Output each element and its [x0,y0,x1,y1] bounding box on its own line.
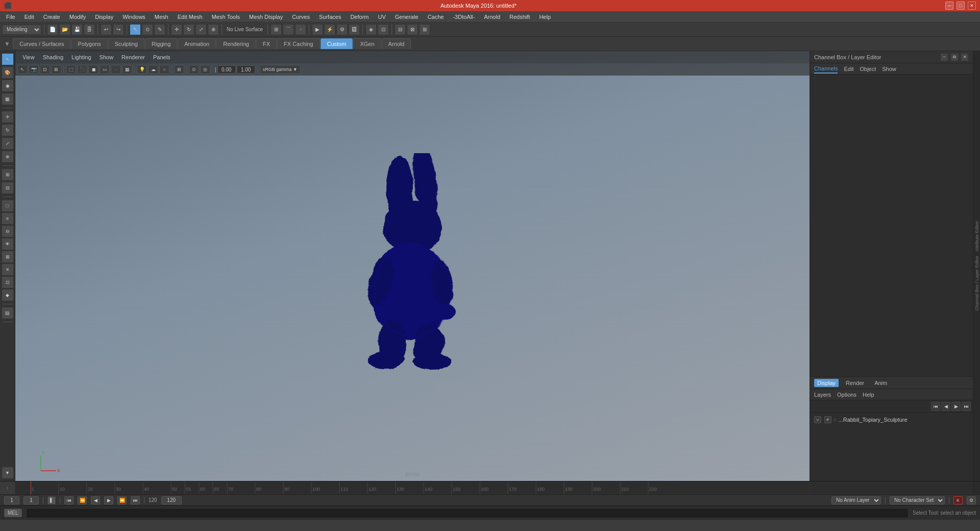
select-mode-button[interactable]: ↖ [2,53,14,65]
anim-layer-dropdown[interactable]: No Anim Layer [831,496,881,504]
playback-settings-button[interactable]: ⚙ [967,496,976,504]
vp-menu-shading[interactable]: Shading [40,53,66,61]
vp-light-button[interactable]: 💡 [137,65,147,74]
play-back-button[interactable]: ◀ [91,496,100,504]
menu-arnold[interactable]: Arnold [480,13,504,21]
vp-menu-panels[interactable]: Panels [150,53,174,61]
vp-select-button[interactable]: ↖ [17,65,28,74]
menu-redshift[interactable]: Redshift [505,13,534,21]
layers-prev-prev-button[interactable]: ⏮ [931,402,940,411]
vp-menu-view[interactable]: View [19,53,38,61]
menu-generate[interactable]: Generate [391,13,423,21]
layer-create-button[interactable]: □ [2,200,14,212]
scale-tool-button[interactable]: ⤢ [195,24,207,35]
go-start-button[interactable]: ⏮ [64,496,74,504]
cb-tab-edit[interactable]: Edit [844,65,853,73]
menu-modify[interactable]: Modify [65,13,90,21]
shelf-tab-sculpting[interactable]: Sculpting [108,38,144,49]
vp-textured-button[interactable]: ▦ [122,65,132,74]
layer-row-rabbit[interactable]: V P ∕ ...Rabbit_Topiary_Sculpture [812,415,971,425]
menu-edit-mesh[interactable]: Edit Mesh [174,13,207,21]
vp-value1-input[interactable] [217,65,236,74]
vp-shadow-button[interactable]: ☁ [148,65,158,74]
extra-tools-button[interactable]: ▼ [2,467,14,479]
menu-help[interactable]: Help [535,13,555,21]
vp-isolate-button[interactable]: ◎ [200,65,210,74]
move-tool-button[interactable]: ✛ [171,24,182,35]
minimize-button[interactable]: ─ [945,2,953,10]
menu-3dto-all[interactable]: -3DtoAll- [449,13,479,21]
cb-float-button[interactable]: ⧉ [950,53,959,61]
vp-fit-selected-button[interactable]: ⊞ [51,65,61,74]
frame-end-input[interactable] [161,496,182,504]
vp-menu-show[interactable]: Show [96,53,117,61]
layer-options-button[interactable]: ≡ [2,212,14,225]
viewport[interactable]: View Shading Lighting Show Renderer Pane… [15,51,810,481]
show-manip-button[interactable]: ⊕ [2,151,14,163]
shelf-tab-rigging[interactable]: Rigging [145,38,177,49]
shelf-tab-rendering[interactable]: Rendering [216,38,256,49]
layers-prev-button[interactable]: ◀ [941,402,950,411]
workspace-control3[interactable]: ⊞ [419,24,430,35]
menu-curves[interactable]: Curves [288,13,314,21]
render-settings-button[interactable]: ⚙ [336,24,348,35]
redo-button[interactable]: ↪ [113,24,124,35]
lasso-select-button[interactable]: ⊙ [142,24,153,35]
menu-mesh-display[interactable]: Mesh Display [245,13,287,21]
soft-select-button[interactable]: ◉ [2,80,14,92]
rotate-tool-button[interactable]: ↻ [183,24,194,35]
layer-merge-button[interactable]: ⊖ [2,225,14,237]
undo-button[interactable]: ↩ [101,24,112,35]
menu-create[interactable]: Create [39,13,64,21]
step-forward-button[interactable]: ⏩ [117,496,127,504]
layers-next-next-button[interactable]: ⏭ [962,402,971,411]
cb-tab-object[interactable]: Object [860,65,876,73]
menu-uv[interactable]: UV [374,13,389,21]
character-set-dropdown[interactable]: No Character Set [890,496,945,504]
snap-together-button[interactable]: ⊞ [2,168,14,181]
menu-windows[interactable]: Windows [118,13,150,21]
snap-curve-button[interactable]: ⌒ [283,24,294,35]
layer-delete-button[interactable]: ✕ [2,263,14,276]
timeline-ruler[interactable]: 1 10 20 30 40 50 55 60 65 70 80 90 100 [31,481,810,494]
layers-next-button[interactable]: ▶ [951,402,961,411]
vp-camera-button[interactable]: 📷 [29,65,39,74]
layer-select-button[interactable]: ⊠ [2,251,14,263]
select-tool-button[interactable]: ↖ [130,24,141,35]
layer-type-p[interactable]: P [824,416,831,423]
vp-grid-button[interactable]: ⊞ [174,65,184,74]
dp-tab-display[interactable]: Display [814,379,839,387]
maximize-button[interactable]: □ [957,2,965,10]
vp-fit-all-button[interactable]: ⊡ [40,65,50,74]
quick-layout-button[interactable]: ▤ [2,307,14,319]
scale-lt-button[interactable]: ⤢ [2,137,14,150]
layers-tab-help[interactable]: Help [863,392,874,398]
vp-flat-shade-button[interactable]: ◼ [88,65,99,74]
shelf-tab-animation[interactable]: Animation [178,38,216,49]
dp-tab-render[interactable]: Render [843,379,867,387]
menu-mesh[interactable]: Mesh [151,13,173,21]
vp-bounding-box-button[interactable]: ▭ [100,65,110,74]
move-lt-button[interactable]: ✛ [2,111,14,123]
vp-smooth-shade-button[interactable]: ⬛ [77,65,87,74]
cb-tab-channels[interactable]: Channels [814,64,838,74]
universal-manip-button[interactable]: ⊕ [208,24,219,35]
cb-close-button[interactable]: ✕ [961,53,969,61]
menu-deform[interactable]: Deform [346,13,373,21]
workspace-control2[interactable]: ⊠ [407,24,418,35]
shelf-tab-curves-surfaces[interactable]: Curves / Surfaces [13,38,70,49]
layers-tab-options[interactable]: Options [837,392,856,398]
menu-mesh-tools[interactable]: Mesh Tools [208,13,244,21]
open-scene-button[interactable]: 📂 [59,24,70,35]
cb-minimize-button[interactable]: ─ [940,53,948,61]
layer-visibility-button[interactable]: 👁 [2,238,14,250]
vp-points-button[interactable]: · [111,65,121,74]
vp-gamma-button[interactable]: sRGB gamma ▼ [260,65,301,74]
play-forward-button[interactable]: ▶ [104,496,113,504]
go-end-button[interactable]: ⏭ [131,496,140,504]
vp-xray-button[interactable]: ⊙ [189,65,199,74]
snap-grid-button[interactable]: ⊞ [271,24,282,35]
channel-box-strip-label[interactable]: Channel Box / Layer Editor [974,254,979,313]
auto-key-button[interactable]: K [953,496,963,504]
shelf-tab-fx[interactable]: FX [256,38,277,49]
